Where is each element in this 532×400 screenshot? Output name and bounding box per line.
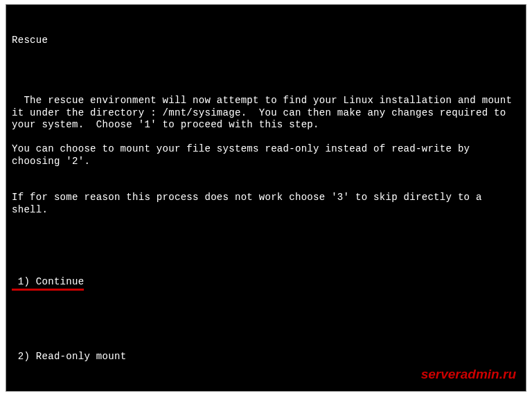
blank-line [12,387,520,399]
intro-readonly: You can choose to mount your file system… [12,143,520,167]
intro-skip: If for some reason this process does not… [12,192,520,216]
blank-line [12,240,520,252]
intro-paragraph: The rescue environment will now attempt … [12,95,518,130]
option-2-readonly: 2) Read-only mount [12,351,520,363]
watermark-text: serveradmin.ru [421,366,516,383]
blank-line [12,71,520,83]
blank-line [12,315,520,327]
rescue-header: Rescue [12,35,520,47]
terminal-window[interactable]: Rescue The rescue environment will now a… [6,4,526,392]
option-1-continue: 1) Continue [12,276,520,291]
